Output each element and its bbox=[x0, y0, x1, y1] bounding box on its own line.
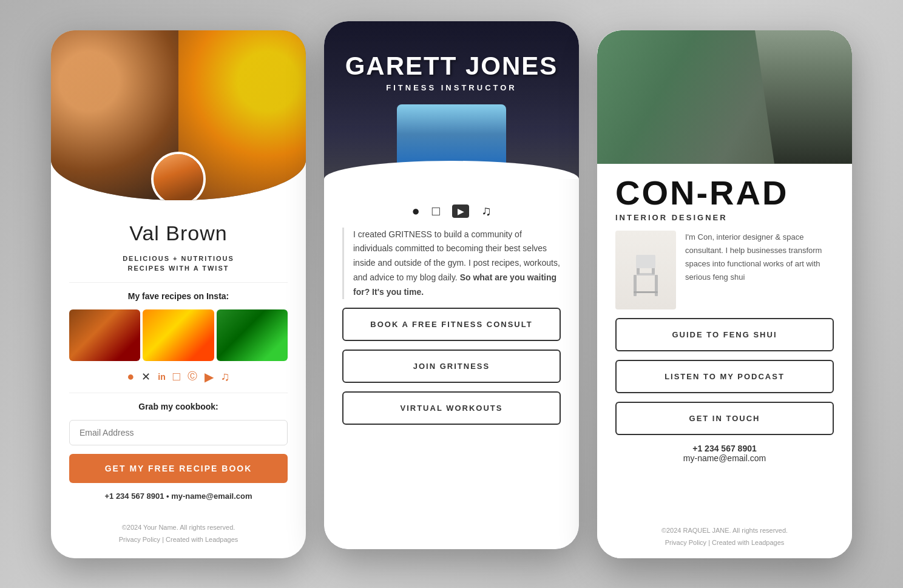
social-icons: ● ✕ in □ Ⓒ ▶ ♫ bbox=[127, 370, 230, 384]
instagram-icon[interactable]: □ bbox=[432, 203, 440, 219]
card1-header bbox=[51, 30, 306, 200]
divider-2 bbox=[69, 393, 288, 393]
email-input[interactable] bbox=[69, 420, 288, 445]
feng-shui-button[interactable]: GUIDE TO FENG SHUI bbox=[615, 318, 834, 351]
phone-card-3: CON-RAD INTERIOR DESIGNER bbox=[597, 30, 852, 558]
card3-header bbox=[597, 30, 852, 164]
card1-body: Val Brown DELICIOUS + NUTRITIOUS RECIPES… bbox=[51, 209, 306, 516]
footer: ©2024 Your Name. All rights reserved. Pr… bbox=[51, 516, 306, 558]
recipe-thumb-2 bbox=[143, 309, 214, 361]
person-name: CON-RAD bbox=[615, 176, 834, 210]
garett-jones-card: GARETT JONES FITNESS INSTRUCTOR ● □ ▶ ♫ … bbox=[324, 21, 579, 549]
card2-body: ● □ ▶ ♫ I created GRITNESS to build a co… bbox=[324, 179, 579, 549]
person-subtitle: INTERIOR DESIGNER bbox=[615, 213, 834, 222]
chair-svg bbox=[627, 252, 664, 306]
about-section: I'm Con, interior designer & space consu… bbox=[615, 231, 834, 309]
person-name: GARETT JONES bbox=[345, 52, 558, 81]
linkedin-icon[interactable]: in bbox=[158, 372, 165, 382]
card3-body: CON-RAD INTERIOR DESIGNER bbox=[597, 164, 852, 520]
phone-card-2: GARETT JONES FITNESS INSTRUCTOR ● □ ▶ ♫ … bbox=[324, 21, 579, 549]
cookbook-label: Grab my cookbook: bbox=[138, 402, 218, 411]
get-in-touch-button[interactable]: GET IN TOUCH bbox=[615, 402, 834, 435]
svg-rect-5 bbox=[636, 255, 655, 268]
facebook-icon[interactable]: ● bbox=[127, 370, 134, 384]
cta-button[interactable]: GET MY FREE RECIPE BOOK bbox=[69, 454, 288, 483]
phone-card-1: Val Brown DELICIOUS + NUTRITIOUS RECIPES… bbox=[51, 30, 306, 558]
youtube-icon[interactable]: ▶ bbox=[205, 370, 214, 384]
youtube-icon[interactable]: ▶ bbox=[452, 204, 469, 218]
join-gritness-button[interactable]: JOIN GRITNESS bbox=[342, 350, 561, 383]
bio-text: I'm Con, interior designer & space consu… bbox=[685, 231, 834, 284]
footer: ©2024 RAQUEL JANE. All rights reserved. … bbox=[597, 520, 852, 558]
card2-header: GARETT JONES FITNESS INSTRUCTOR bbox=[324, 21, 579, 179]
instagram-icon[interactable]: □ bbox=[173, 370, 180, 384]
chair-image bbox=[615, 231, 676, 309]
virtual-workouts-button[interactable]: VIRTUAL WORKOUTS bbox=[342, 391, 561, 425]
tagline: DELICIOUS + NUTRITIOUS RECIPES WITH A TW… bbox=[123, 254, 234, 274]
recipes-label: My fave recipes on Insta: bbox=[128, 291, 229, 301]
pinterest-icon[interactable]: Ⓒ bbox=[188, 370, 197, 383]
con-rad-card: CON-RAD INTERIOR DESIGNER bbox=[597, 30, 852, 558]
tiktok-icon[interactable]: ♫ bbox=[221, 370, 230, 384]
recipes-grid bbox=[69, 309, 288, 361]
avatar-image bbox=[154, 154, 203, 200]
avatar bbox=[151, 152, 206, 200]
bio-text: I created GRITNESS to build a community … bbox=[342, 228, 561, 300]
facebook-icon[interactable]: ● bbox=[411, 203, 419, 219]
person-title: FITNESS INSTRUCTOR bbox=[386, 83, 517, 92]
recipe-thumb-3 bbox=[217, 309, 288, 361]
svg-rect-6 bbox=[634, 291, 658, 293]
social-icons: ● □ ▶ ♫ bbox=[342, 203, 561, 219]
name-section: CON-RAD INTERIOR DESIGNER bbox=[615, 176, 834, 222]
tiktok-icon[interactable]: ♫ bbox=[481, 203, 492, 219]
person-name: Val Brown bbox=[129, 221, 227, 245]
book-consult-button[interactable]: BOOK A FREE FITNESS CONSULT bbox=[342, 308, 561, 341]
divider-1 bbox=[69, 282, 288, 283]
val-brown-card: Val Brown DELICIOUS + NUTRITIOUS RECIPES… bbox=[51, 30, 306, 558]
recipe-thumb-1 bbox=[69, 309, 140, 361]
phone-number: +1 234 567 8901 bbox=[615, 444, 834, 453]
podcast-button[interactable]: LISTEN TO MY PODCAST bbox=[615, 360, 834, 393]
contact-info: +1 234 567 8901 • my-name@email.com bbox=[104, 492, 252, 501]
x-icon[interactable]: ✕ bbox=[141, 370, 150, 384]
email-address: my-name@email.com bbox=[615, 453, 834, 463]
contact-section: +1 234 567 8901 my-name@email.com bbox=[615, 444, 834, 463]
